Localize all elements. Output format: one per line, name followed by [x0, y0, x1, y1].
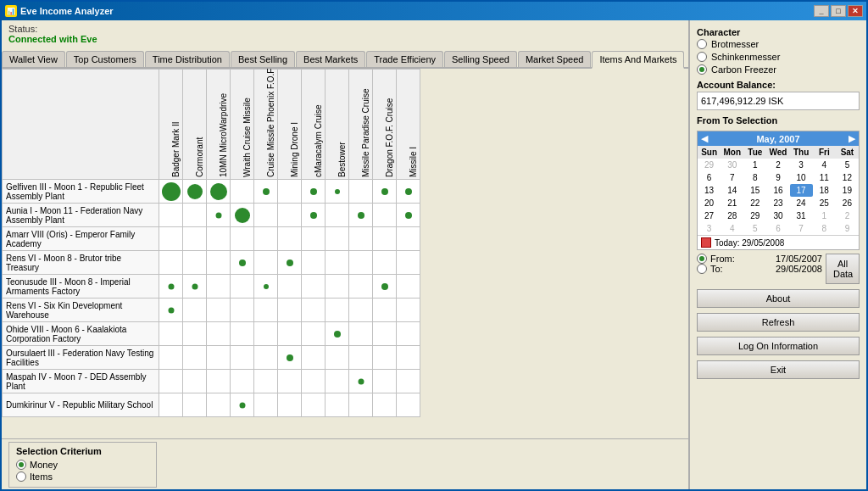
tab-selling[interactable]: Selling Speed — [444, 51, 517, 67]
cal-day-3-3[interactable]: 23 — [766, 197, 789, 209]
cal-day-1-3[interactable]: 9 — [766, 171, 789, 184]
matrix-cell-4-7 — [326, 275, 349, 299]
all-data-button[interactable]: All Data — [826, 254, 860, 284]
dot-4-4 — [264, 284, 269, 289]
cal-day-2-3[interactable]: 16 — [766, 184, 789, 197]
cal-day-2-5[interactable]: 18 — [813, 184, 836, 197]
from-value: 17/05/2007 — [776, 254, 822, 264]
matrix-cell-5-9 — [373, 299, 397, 322]
cal-header-Thu: Thu — [790, 146, 813, 159]
character-options: Brotmesser Schinkenmesser Carbon Freezer — [697, 39, 860, 75]
cal-day-2-0[interactable]: 13 — [698, 184, 721, 197]
cal-day-3-2[interactable]: 22 — [743, 197, 766, 209]
tab-market_speed[interactable]: Market Speed — [518, 51, 591, 67]
cal-day-0-6[interactable]: 5 — [836, 159, 859, 171]
items-option[interactable]: Items — [16, 471, 149, 482]
cal-day-1-4[interactable]: 10 — [790, 171, 813, 184]
cal-day-3-0[interactable]: 20 — [698, 197, 721, 209]
cal-day-4-4[interactable]: 31 — [790, 209, 813, 222]
tab-items_markets[interactable]: Items And Markets — [592, 51, 684, 69]
cal-day-1-0[interactable]: 6 — [698, 171, 721, 184]
tab-best_markets[interactable]: Best Markets — [296, 51, 365, 67]
matrix-cell-1-10 — [397, 204, 420, 227]
cal-day-4-1[interactable]: 28 — [721, 209, 743, 222]
cal-day-4-2[interactable]: 29 — [743, 209, 766, 222]
cal-day-5-1[interactable]: 4 — [721, 222, 743, 235]
cal-day-4-5[interactable]: 1 — [813, 209, 836, 222]
items-radio[interactable] — [16, 471, 26, 482]
schinkenmesser-radio[interactable] — [697, 52, 707, 62]
log-on-button[interactable]: Log On Information — [697, 337, 860, 355]
cal-day-1-5[interactable]: 11 — [813, 171, 836, 184]
matrix-cell-5-4 — [254, 299, 278, 322]
cal-day-2-1[interactable]: 14 — [721, 184, 743, 197]
cal-day-5-4[interactable]: 7 — [790, 222, 813, 235]
cal-day-3-6[interactable]: 26 — [836, 197, 859, 209]
tab-customers[interactable]: Top Customers — [66, 51, 144, 67]
brotmesser-radio[interactable] — [697, 39, 707, 49]
cal-day-5-6[interactable]: 9 — [836, 222, 859, 235]
char-brotmesser[interactable]: Brotmesser — [697, 39, 860, 49]
matrix-grid[interactable]: Badger Mark IICormorant10MN MicroWarpdri… — [2, 69, 688, 438]
window-title: Eve Income Analyzer — [20, 6, 114, 16]
cal-day-2-2[interactable]: 15 — [743, 184, 766, 197]
cal-week-1: 6789101112 — [698, 171, 859, 184]
cal-day-1-6[interactable]: 12 — [836, 171, 859, 184]
cal-day-4-6[interactable]: 2 — [836, 209, 859, 222]
to-radio[interactable] — [697, 264, 707, 274]
cal-day-0-3[interactable]: 2 — [766, 159, 789, 171]
matrix-cell-9-3 — [231, 393, 254, 417]
matrix-cell-7-1 — [183, 346, 207, 370]
cal-day-3-1[interactable]: 21 — [721, 197, 743, 209]
money-radio[interactable] — [16, 460, 26, 470]
cal-day-2-4[interactable]: 17 — [790, 184, 813, 197]
cal-day-2-6[interactable]: 19 — [836, 184, 859, 197]
char-carbon-freezer[interactable]: Carbon Freezer — [697, 64, 860, 75]
tab-wallet[interactable]: Wallet View — [2, 51, 65, 67]
exit-button[interactable]: Exit — [697, 360, 860, 379]
matrix-cell-7-5 — [278, 346, 302, 370]
cal-day-1-2[interactable]: 8 — [743, 171, 766, 184]
cal-day-5-0[interactable]: 3 — [698, 222, 721, 235]
matrix-cell-2-5 — [278, 227, 302, 251]
about-button[interactable]: About — [697, 289, 860, 308]
matrix-cell-2-1 — [183, 227, 207, 251]
tab-trade[interactable]: Trade Efficieny — [366, 51, 443, 67]
matrix-cell-7-9 — [373, 346, 397, 370]
matrix-cell-4-4 — [254, 275, 278, 299]
table-row: Dumkirinur V - Republic Military School — [3, 393, 420, 417]
cal-day-4-3[interactable]: 30 — [766, 209, 789, 222]
cal-day-0-1[interactable]: 30 — [721, 159, 743, 171]
from-radio[interactable] — [697, 254, 707, 264]
cal-day-5-5[interactable]: 8 — [813, 222, 836, 235]
minimize-button[interactable]: _ — [814, 5, 829, 17]
cal-day-0-0[interactable]: 29 — [698, 159, 721, 171]
carbon-freezer-radio[interactable] — [697, 64, 707, 75]
cal-day-0-2[interactable]: 1 — [743, 159, 766, 171]
matrix-cell-2-0 — [159, 227, 183, 251]
cal-day-5-3[interactable]: 6 — [766, 222, 789, 235]
tab-time[interactable]: Time Distribution — [145, 51, 230, 67]
refresh-button[interactable]: Refresh — [697, 313, 860, 332]
close-button[interactable]: ✕ — [848, 5, 863, 17]
prev-month-button[interactable]: ◀ — [701, 133, 708, 144]
next-month-button[interactable]: ▶ — [849, 133, 855, 144]
cal-day-4-0[interactable]: 27 — [698, 209, 721, 222]
col-header-3: Wraith Cruise Missile — [231, 70, 254, 180]
cal-day-5-2[interactable]: 5 — [743, 222, 766, 235]
tab-best_selling[interactable]: Best Selling — [231, 51, 295, 67]
matrix-cell-8-2 — [207, 370, 231, 393]
matrix-cell-9-6 — [302, 393, 326, 417]
cal-day-0-5[interactable]: 4 — [813, 159, 836, 171]
from-radio-row[interactable]: From: — [697, 254, 735, 264]
to-radio-row[interactable]: To: — [697, 264, 723, 274]
money-option[interactable]: Money — [16, 460, 149, 470]
cal-day-0-4[interactable]: 3 — [790, 159, 813, 171]
cal-day-3-5[interactable]: 25 — [813, 197, 836, 209]
cal-day-1-1[interactable]: 7 — [721, 171, 743, 184]
matrix-cell-7-7 — [326, 346, 349, 370]
maximize-button[interactable]: □ — [831, 5, 846, 17]
char-schinkenmesser[interactable]: Schinkenmesser — [697, 52, 860, 62]
cal-day-3-4[interactable]: 24 — [790, 197, 813, 209]
dot-4-1 — [192, 283, 198, 289]
